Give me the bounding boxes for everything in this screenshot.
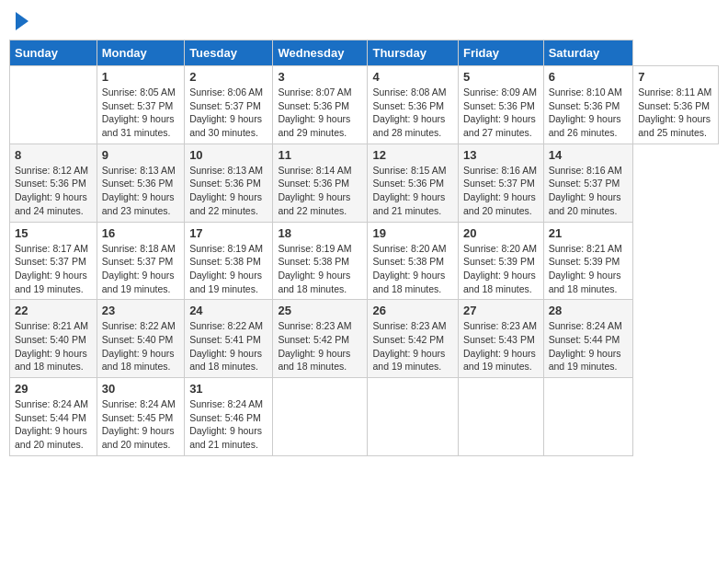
day-info: Sunrise: 8:20 AMSunset: 5:39 PMDaylight:…	[463, 243, 537, 294]
day-info: Sunrise: 8:13 AMSunset: 5:36 PMDaylight:…	[102, 165, 176, 216]
day-number: 25	[278, 304, 362, 317]
day-info: Sunrise: 8:12 AMSunset: 5:36 PMDaylight:…	[15, 165, 88, 216]
calendar-day-29: 29 Sunrise: 8:24 AMSunset: 5:44 PMDaylig…	[10, 378, 97, 456]
page-header	[9, 9, 719, 30]
calendar-day-5: 5 Sunrise: 8:09 AMSunset: 5:36 PMDayligh…	[459, 66, 544, 144]
day-number: 20	[463, 226, 539, 240]
day-info: Sunrise: 8:22 AMSunset: 5:40 PMDaylight:…	[102, 320, 176, 372]
day-number: 8	[15, 148, 92, 162]
day-info: Sunrise: 8:20 AMSunset: 5:38 PMDaylight:…	[372, 243, 446, 294]
calendar-day-19: 19 Sunrise: 8:20 AMSunset: 5:38 PMDaylig…	[368, 222, 459, 300]
calendar-day-20: 20 Sunrise: 8:20 AMSunset: 5:39 PMDaylig…	[459, 222, 544, 300]
calendar-day-11: 11 Sunrise: 8:14 AMSunset: 5:36 PMDaylig…	[273, 144, 368, 222]
day-number: 27	[463, 304, 539, 317]
calendar-day-8: 8 Sunrise: 8:12 AMSunset: 5:36 PMDayligh…	[10, 144, 97, 222]
calendar-day-25: 25 Sunrise: 8:23 AMSunset: 5:42 PMDaylig…	[273, 300, 368, 378]
day-info: Sunrise: 8:16 AMSunset: 5:37 PMDaylight:…	[463, 165, 537, 216]
logo	[14, 14, 28, 30]
day-info: Sunrise: 8:24 AMSunset: 5:44 PMDaylight:…	[15, 398, 88, 450]
calendar-day-23: 23 Sunrise: 8:22 AMSunset: 5:40 PMDaylig…	[97, 300, 184, 378]
calendar-day-24: 24 Sunrise: 8:22 AMSunset: 5:41 PMDaylig…	[185, 300, 273, 378]
empty-cell	[273, 378, 368, 456]
calendar-table: SundayMondayTuesdayWednesdayThursdayFrid…	[9, 40, 719, 456]
day-number: 2	[189, 70, 267, 84]
empty-cell	[543, 378, 633, 456]
day-info: Sunrise: 8:19 AMSunset: 5:38 PMDaylight:…	[189, 243, 263, 294]
empty-cell	[459, 378, 544, 456]
day-number: 17	[189, 226, 267, 240]
day-number: 4	[372, 70, 453, 84]
calendar-day-22: 22 Sunrise: 8:21 AMSunset: 5:40 PMDaylig…	[10, 300, 97, 378]
calendar-day-12: 12 Sunrise: 8:15 AMSunset: 5:36 PMDaylig…	[368, 144, 459, 222]
calendar-week-2: 8 Sunrise: 8:12 AMSunset: 5:36 PMDayligh…	[10, 144, 719, 222]
day-number: 28	[549, 304, 629, 317]
day-info: Sunrise: 8:13 AMSunset: 5:36 PMDaylight:…	[189, 165, 263, 216]
day-number: 18	[278, 226, 362, 240]
calendar-day-13: 13 Sunrise: 8:16 AMSunset: 5:37 PMDaylig…	[459, 144, 544, 222]
calendar-day-18: 18 Sunrise: 8:19 AMSunset: 5:38 PMDaylig…	[273, 222, 368, 300]
day-info: Sunrise: 8:06 AMSunset: 5:37 PMDaylight:…	[189, 86, 263, 138]
calendar-day-16: 16 Sunrise: 8:18 AMSunset: 5:37 PMDaylig…	[97, 222, 184, 300]
logo-arrow-icon	[16, 12, 28, 30]
day-info: Sunrise: 8:05 AMSunset: 5:37 PMDaylight:…	[102, 86, 176, 138]
calendar-week-3: 15 Sunrise: 8:17 AMSunset: 5:37 PMDaylig…	[10, 222, 719, 300]
day-number: 5	[463, 70, 539, 84]
day-info: Sunrise: 8:24 AMSunset: 5:44 PMDaylight:…	[549, 320, 622, 372]
calendar-day-30: 30 Sunrise: 8:24 AMSunset: 5:45 PMDaylig…	[97, 378, 184, 456]
day-number: 7	[638, 70, 713, 84]
calendar-header-wednesday: Wednesday	[273, 40, 368, 66]
calendar-week-1: 1 Sunrise: 8:05 AMSunset: 5:37 PMDayligh…	[10, 66, 719, 144]
calendar-header-thursday: Thursday	[368, 40, 459, 66]
day-number: 9	[102, 148, 179, 162]
calendar-header-row: SundayMondayTuesdayWednesdayThursdayFrid…	[10, 40, 719, 66]
day-info: Sunrise: 8:11 AMSunset: 5:36 PMDaylight:…	[638, 86, 711, 138]
calendar-day-26: 26 Sunrise: 8:23 AMSunset: 5:42 PMDaylig…	[368, 300, 459, 378]
empty-cell	[10, 66, 97, 144]
day-number: 14	[549, 148, 629, 162]
day-info: Sunrise: 8:10 AMSunset: 5:36 PMDaylight:…	[549, 86, 622, 138]
calendar-day-15: 15 Sunrise: 8:17 AMSunset: 5:37 PMDaylig…	[10, 222, 97, 300]
day-number: 10	[189, 148, 267, 162]
day-number: 23	[102, 304, 179, 317]
calendar-day-4: 4 Sunrise: 8:08 AMSunset: 5:36 PMDayligh…	[368, 66, 459, 144]
calendar-day-14: 14 Sunrise: 8:16 AMSunset: 5:37 PMDaylig…	[543, 144, 633, 222]
calendar-day-17: 17 Sunrise: 8:19 AMSunset: 5:38 PMDaylig…	[185, 222, 273, 300]
day-info: Sunrise: 8:24 AMSunset: 5:45 PMDaylight:…	[102, 398, 176, 450]
calendar-header-tuesday: Tuesday	[185, 40, 273, 66]
calendar-header-sunday: Sunday	[10, 40, 97, 66]
day-number: 3	[278, 70, 362, 84]
day-number: 12	[372, 148, 453, 162]
day-info: Sunrise: 8:21 AMSunset: 5:40 PMDaylight:…	[15, 320, 88, 372]
empty-cell	[368, 378, 459, 456]
day-number: 30	[102, 382, 179, 396]
day-number: 16	[102, 226, 179, 240]
day-number: 26	[372, 304, 453, 317]
day-info: Sunrise: 8:23 AMSunset: 5:42 PMDaylight:…	[372, 320, 446, 372]
calendar-day-7: 7 Sunrise: 8:11 AMSunset: 5:36 PMDayligh…	[633, 66, 719, 144]
day-info: Sunrise: 8:23 AMSunset: 5:42 PMDaylight:…	[278, 320, 351, 372]
day-number: 24	[189, 304, 267, 317]
day-info: Sunrise: 8:23 AMSunset: 5:43 PMDaylight:…	[463, 320, 537, 372]
day-info: Sunrise: 8:19 AMSunset: 5:38 PMDaylight:…	[278, 243, 351, 294]
calendar-header-saturday: Saturday	[543, 40, 633, 66]
calendar-day-2: 2 Sunrise: 8:06 AMSunset: 5:37 PMDayligh…	[185, 66, 273, 144]
day-number: 15	[15, 226, 92, 240]
day-info: Sunrise: 8:08 AMSunset: 5:36 PMDaylight:…	[372, 86, 446, 138]
calendar-week-5: 29 Sunrise: 8:24 AMSunset: 5:44 PMDaylig…	[10, 378, 719, 456]
day-info: Sunrise: 8:18 AMSunset: 5:37 PMDaylight:…	[102, 243, 176, 294]
day-number: 6	[549, 70, 629, 84]
day-number: 13	[463, 148, 539, 162]
day-info: Sunrise: 8:14 AMSunset: 5:36 PMDaylight:…	[278, 165, 351, 216]
day-number: 21	[549, 226, 629, 240]
calendar-day-6: 6 Sunrise: 8:10 AMSunset: 5:36 PMDayligh…	[543, 66, 633, 144]
day-info: Sunrise: 8:15 AMSunset: 5:36 PMDaylight:…	[372, 165, 446, 216]
day-number: 1	[102, 70, 179, 84]
calendar-header-friday: Friday	[459, 40, 544, 66]
day-number: 11	[278, 148, 362, 162]
calendar-day-21: 21 Sunrise: 8:21 AMSunset: 5:39 PMDaylig…	[543, 222, 633, 300]
day-info: Sunrise: 8:09 AMSunset: 5:36 PMDaylight:…	[463, 86, 537, 138]
day-info: Sunrise: 8:07 AMSunset: 5:36 PMDaylight:…	[278, 86, 351, 138]
calendar-day-10: 10 Sunrise: 8:13 AMSunset: 5:36 PMDaylig…	[185, 144, 273, 222]
day-info: Sunrise: 8:16 AMSunset: 5:37 PMDaylight:…	[549, 165, 622, 216]
day-info: Sunrise: 8:24 AMSunset: 5:46 PMDaylight:…	[189, 398, 263, 450]
